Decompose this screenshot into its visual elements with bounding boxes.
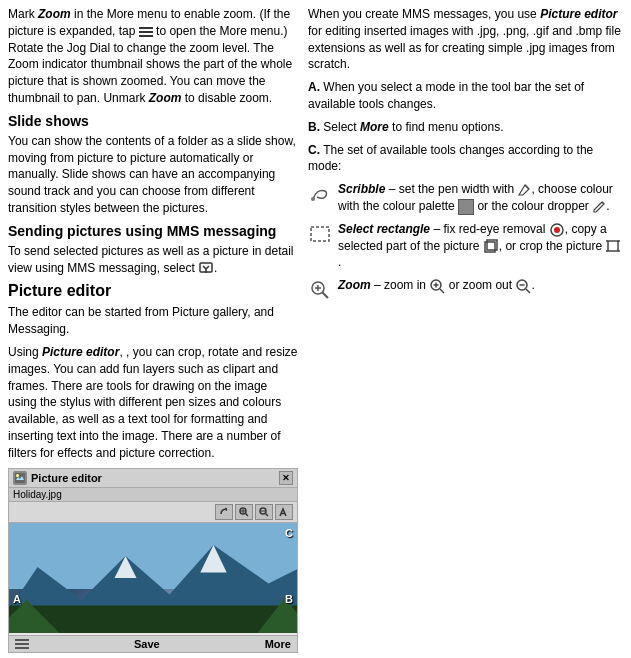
scribble-label: Scribble: [338, 182, 385, 196]
content-area: Mark Zoom in the More menu to enable zoo…: [0, 0, 631, 658]
slide-shows-heading: Slide shows: [8, 113, 298, 129]
pic-editor-bottombar: Save More: [9, 635, 297, 652]
svg-line-12: [266, 513, 269, 516]
corner-label-b: B: [285, 593, 293, 605]
right-intro: When you create MMS messages, you use Pi…: [308, 6, 623, 73]
pic-editor-titlebar: Picture editor ✕: [9, 469, 297, 488]
corner-label-a: A: [13, 593, 21, 605]
red-eye-icon: [549, 222, 565, 238]
pic-editor-title: Picture editor: [31, 472, 102, 484]
zoom-bold2: Zoom: [149, 91, 182, 105]
picture-editor-screenshot: Picture editor ✕ Holiday.jpg: [8, 468, 298, 653]
zoom-bold: Zoom: [38, 7, 71, 21]
select-rect-item: Select rectangle – fix red-eye removal ,…: [308, 221, 623, 271]
save-label-area: [15, 638, 29, 650]
toolbar-btn-3[interactable]: [255, 504, 273, 520]
zoom-item: Zoom – zoom in or zoom out .: [308, 277, 623, 302]
point-b-label: B.: [308, 120, 320, 134]
mms-send-icon: [198, 260, 214, 276]
mms-heading: Sending pictures using MMS messaging: [8, 223, 298, 239]
close-button[interactable]: ✕: [279, 471, 293, 485]
copy-icon: [483, 238, 499, 254]
svg-line-42: [440, 289, 444, 293]
pic-editor-body1: The editor can be started from Picture g…: [8, 304, 298, 338]
select-rect-text: Select rectangle – fix red-eye removal ,…: [338, 221, 623, 271]
zoom-icon: [308, 278, 332, 302]
zoom-label: Zoom: [338, 278, 371, 292]
pic-editor-image: A C B: [9, 523, 297, 633]
svg-line-25: [525, 185, 529, 189]
colour-palette-icon: [458, 199, 474, 215]
svg-line-8: [246, 513, 249, 516]
pic-editor-toolbar: [9, 502, 297, 523]
menu-icon-inline: [139, 26, 153, 38]
svg-rect-21: [15, 639, 29, 641]
mms-body: To send selected pictures as well as a p…: [8, 243, 298, 277]
svg-line-26: [602, 202, 604, 204]
left-column: Mark Zoom in the More menu to enable zoo…: [8, 6, 298, 658]
pen-width-icon: [517, 183, 531, 197]
scribble-text: Scribble – set the pen width with , choo…: [338, 181, 623, 215]
page-container: Mark Zoom in the More menu to enable zoo…: [0, 0, 631, 658]
pic-editor-body2: Using Picture editor, , you can crop, ro…: [8, 344, 298, 462]
svg-rect-32: [608, 241, 618, 251]
toolbar-btn-4[interactable]: [275, 504, 293, 520]
select-rectangle-icon: [308, 222, 332, 246]
corner-label-c: C: [285, 527, 293, 539]
more-label[interactable]: More: [265, 638, 291, 650]
svg-point-6: [16, 474, 19, 477]
pic-editor-filename: Holiday.jpg: [9, 488, 297, 502]
svg-rect-2: [139, 35, 153, 37]
svg-rect-22: [15, 643, 29, 645]
save-label[interactable]: Save: [134, 638, 160, 650]
svg-rect-23: [15, 647, 29, 649]
svg-line-38: [323, 293, 329, 299]
colour-dropper-icon: [592, 200, 606, 214]
pic-editor-name-inline: Picture editor: [42, 345, 119, 359]
toolbar-btn-2[interactable]: [235, 504, 253, 520]
right-column: When you create MMS messages, you use Pi…: [308, 6, 623, 658]
scribble-item: Scribble – set the pen width with , choo…: [308, 181, 623, 215]
crop-icon: [605, 238, 621, 254]
toolbar-btn-1[interactable]: [215, 504, 233, 520]
point-c: C. The set of available tools changes ac…: [308, 142, 623, 176]
point-c-label: C.: [308, 143, 320, 157]
app-icon: [13, 471, 27, 485]
right-pic-editor-name: Picture editor: [540, 7, 617, 21]
slide-shows-body: You can show the contents of a folder as…: [8, 133, 298, 217]
select-rect-label: Select rectangle: [338, 222, 430, 236]
scribble-icon: [308, 182, 332, 206]
point-a-label: A.: [308, 80, 320, 94]
svg-rect-27: [311, 227, 329, 241]
svg-point-24: [311, 197, 315, 201]
zoom-out-icon: [515, 278, 531, 294]
point-a: A. When you select a mode in the tool ba…: [308, 79, 623, 113]
zoom-body-text: Mark Zoom in the More menu to enable zoo…: [8, 6, 298, 107]
point-b: B. Select More to find menu options.: [308, 119, 623, 136]
more-bold: More: [360, 120, 389, 134]
pic-editor-heading: Picture editor: [8, 282, 298, 300]
zoom-text: Zoom – zoom in or zoom out .: [338, 277, 623, 294]
svg-line-46: [526, 289, 530, 293]
zoom-in-icon: [429, 278, 445, 294]
svg-point-29: [554, 227, 560, 233]
svg-rect-0: [139, 27, 153, 29]
svg-rect-1: [139, 31, 153, 33]
titlebar-left: Picture editor: [13, 471, 102, 485]
